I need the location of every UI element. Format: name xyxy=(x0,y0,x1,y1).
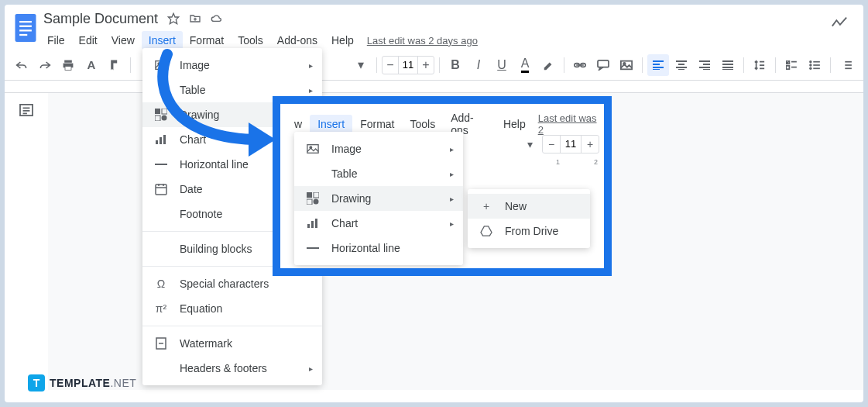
checklist-button[interactable] xyxy=(781,54,802,76)
menu-view[interactable]: View xyxy=(105,31,142,50)
drawing-new[interactable]: +New xyxy=(468,194,590,219)
template-net-logo: T TEMPLATE.NET xyxy=(28,374,136,391)
menu-separator xyxy=(142,326,322,326)
callout-insert-chart[interactable]: Chart▸ xyxy=(294,211,463,236)
ruler xyxy=(5,81,863,93)
menu-label: Drawing xyxy=(180,109,219,121)
menu-label: Table xyxy=(331,167,357,180)
zoom-menu[interactable]: ▾ xyxy=(350,54,372,76)
menu-edit[interactable]: Edit xyxy=(72,31,105,50)
docs-logo[interactable] xyxy=(11,9,40,47)
move-icon[interactable] xyxy=(189,12,201,25)
drawing-icon xyxy=(153,107,169,122)
svg-rect-22 xyxy=(845,60,852,62)
font-size-decrease[interactable]: − xyxy=(383,58,398,72)
image-button[interactable] xyxy=(616,54,637,76)
hline-icon xyxy=(305,240,321,256)
comment-button[interactable] xyxy=(592,54,614,76)
logo-icon: T xyxy=(28,374,45,391)
menu-label: Drawing xyxy=(331,192,371,205)
bold-button[interactable]: B xyxy=(444,54,466,76)
font-size-value[interactable]: 11 xyxy=(398,57,418,74)
table-icon xyxy=(153,82,169,98)
align-right-button[interactable] xyxy=(694,54,715,76)
callout-last-edit[interactable]: Last edit was 2 xyxy=(538,112,599,136)
highlight-button[interactable] xyxy=(537,54,559,76)
insert-watermark[interactable]: Watermark xyxy=(142,331,322,356)
separator xyxy=(775,57,776,73)
document-title[interactable]: Sample Document xyxy=(43,11,158,27)
paint-format-button[interactable] xyxy=(104,54,125,76)
outline-icon[interactable] xyxy=(19,104,33,390)
align-left-button[interactable] xyxy=(647,54,669,76)
chevron-right-icon: ▸ xyxy=(450,170,454,178)
italic-button[interactable]: I xyxy=(468,54,489,76)
menu-file[interactable]: File xyxy=(40,31,72,50)
spellcheck-button[interactable]: A xyxy=(81,54,102,76)
cloud-icon[interactable] xyxy=(211,12,223,25)
menu-label: Horizontal line xyxy=(331,242,400,254)
chevron-right-icon: ▸ xyxy=(450,195,454,203)
omega-icon: Ω xyxy=(153,276,169,291)
svg-rect-28 xyxy=(155,109,160,114)
menu-format[interactable]: Format xyxy=(183,31,231,50)
callout-font-value[interactable]: 11 xyxy=(560,136,582,153)
separator xyxy=(564,57,564,73)
menu-label: Footnote xyxy=(180,208,222,220)
svg-point-17 xyxy=(809,64,811,66)
callout-font-decrease[interactable]: − xyxy=(543,136,560,153)
last-edit-link[interactable]: Last edit was 2 days ago xyxy=(367,35,478,47)
underline-button[interactable]: U xyxy=(491,54,513,76)
menu-label: Image xyxy=(180,59,210,71)
line-spacing-button[interactable] xyxy=(749,54,770,76)
svg-point-31 xyxy=(162,116,167,121)
redo-button[interactable] xyxy=(34,54,56,76)
activity-icon[interactable] xyxy=(831,17,848,31)
callout-menu-insert[interactable]: Insert xyxy=(310,115,352,133)
align-center-button[interactable] xyxy=(671,54,692,76)
callout-insert-drawing[interactable]: Drawing▸ xyxy=(294,186,463,211)
insert-equation[interactable]: π²Equation xyxy=(142,296,322,321)
callout-menu-format[interactable]: Format xyxy=(352,115,402,133)
align-justify-button[interactable] xyxy=(717,54,739,76)
drive-icon xyxy=(479,223,494,239)
menu-label: Horizontal line xyxy=(180,158,249,171)
callout-insert-table[interactable]: Table▸ xyxy=(294,161,463,186)
menu-insert[interactable]: Insert xyxy=(142,31,183,50)
numbered-list-button[interactable] xyxy=(835,54,857,76)
callout-dropdown-caret[interactable]: ▾ xyxy=(520,135,539,153)
insert-image[interactable]: Image▸ xyxy=(142,53,322,78)
chart-icon xyxy=(153,132,169,147)
menu-help[interactable]: Help xyxy=(324,31,361,50)
bulleted-list-button[interactable] xyxy=(804,54,825,76)
font-size-increase[interactable]: + xyxy=(418,58,434,72)
chevron-right-icon: ▸ xyxy=(309,86,313,95)
svg-rect-38 xyxy=(307,145,318,153)
svg-rect-29 xyxy=(162,109,167,114)
drawing-from-drive[interactable]: From Drive xyxy=(468,219,590,243)
svg-rect-6 xyxy=(64,60,72,62)
menu-addons[interactable]: Add-ons xyxy=(270,31,324,50)
callout-insert-image[interactable]: Image▸ xyxy=(294,136,463,161)
menu-label: Building blocks xyxy=(180,243,252,255)
callout-font-increase[interactable]: + xyxy=(582,136,599,153)
callout-ruler: 1 2 xyxy=(556,158,598,169)
callout-menu-tools[interactable]: Tools xyxy=(402,115,443,133)
text-color-button[interactable]: A xyxy=(514,54,536,76)
ruler-tick: 1 xyxy=(556,158,560,169)
callout-view-stub: w xyxy=(286,115,310,133)
undo-button[interactable] xyxy=(11,54,33,76)
insert-headers-footers[interactable]: Headers & footers▸ xyxy=(142,356,322,381)
menu-tools[interactable]: Tools xyxy=(231,31,270,50)
font-size-control[interactable]: − 11 + xyxy=(382,56,434,74)
callout-menu-help[interactable]: Help xyxy=(496,115,533,133)
svg-rect-15 xyxy=(786,65,789,68)
svg-rect-23 xyxy=(845,64,852,66)
callout-font-size[interactable]: − 11 + xyxy=(542,135,599,153)
callout-insert-hline[interactable]: Horizontal line xyxy=(294,236,463,260)
svg-rect-3 xyxy=(19,29,32,31)
star-icon[interactable] xyxy=(167,12,180,25)
link-button[interactable] xyxy=(569,54,591,76)
chevron-right-icon: ▸ xyxy=(309,61,313,70)
print-button[interactable] xyxy=(57,54,79,76)
